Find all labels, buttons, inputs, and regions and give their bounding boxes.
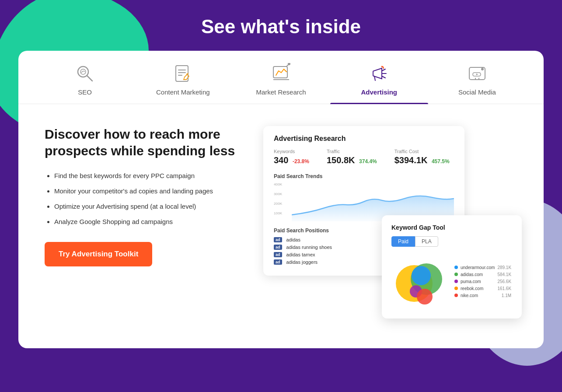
svg-text:100K: 100K (274, 211, 283, 215)
tab-content-marketing-label: Content Marketing (156, 88, 210, 96)
legend-label-5: nike.com (461, 293, 478, 298)
metric-keywords-label: Keywords (274, 149, 309, 154)
pos-badge-3: ad (274, 252, 282, 257)
feature-item-3: Optimize your Advertising spend (at a lo… (54, 202, 246, 211)
tab-social-media[interactable]: Social Media (428, 51, 526, 104)
bubble-legend: underarmour.com 289.1K adidas.com 584.1K… (454, 265, 511, 298)
cta-button[interactable]: Try Advertising Toolkit (45, 242, 152, 266)
market-research-icon (271, 63, 292, 84)
legend-dot-5 (454, 294, 458, 297)
svg-text:200K: 200K (274, 202, 283, 206)
page-title: See what's inside (0, 0, 562, 51)
tabs-bar: SEO Content Marketing (18, 51, 544, 104)
legend-value-1: 289.1K (497, 265, 511, 270)
legend-dot-4 (454, 287, 458, 290)
right-content: Advertising Research Keywords 340 -23.8%… (263, 126, 517, 310)
svg-point-2 (80, 69, 86, 74)
content-area: Discover how to reach more prospects whi… (18, 104, 544, 318)
metric-traffic-cost-value: $394.1K 457.5% (394, 155, 450, 165)
legend-value-2: 584.1K (497, 272, 511, 277)
gap-tab-buttons: Paid PLA (391, 236, 512, 247)
tab-advertising-label: Advertising (361, 88, 397, 96)
tab-seo-label: SEO (78, 88, 92, 96)
main-heading: Discover how to reach more prospects whi… (45, 126, 246, 159)
legend-label-2: adidas.com (461, 272, 483, 277)
bubble-chart: underarmour.com 289.1K adidas.com 584.1K… (391, 253, 512, 310)
seo-icon (74, 63, 95, 84)
metric-traffic-label: Traffic (327, 149, 377, 154)
tab-market-research[interactable]: Market Research (232, 51, 330, 104)
metric-traffic-cost: Traffic Cost $394.1K 457.5% (394, 149, 450, 165)
svg-point-16 (481, 68, 484, 70)
legend-item-3: puma.com 256.6K (454, 279, 511, 284)
svg-rect-3 (176, 66, 188, 81)
pos-badge-2: ad (274, 245, 282, 250)
advertising-icon (369, 63, 390, 84)
social-media-icon (467, 63, 488, 84)
svg-line-1 (87, 76, 92, 81)
keyword-gap-card: Keyword Gap Tool Paid PLA (382, 215, 522, 318)
legend-item-2: adidas.com 584.1K (454, 272, 511, 277)
legend-item-5: nike.com 1.1M (454, 293, 511, 298)
svg-line-12 (382, 69, 385, 71)
pos-badge-4: ad (274, 259, 282, 265)
tab-advertising[interactable]: Advertising (330, 51, 428, 104)
legend-value-4: 161.6K (497, 286, 511, 291)
legend-value-3: 256.6K (497, 279, 511, 284)
feature-item-1: Find the best keywords for every PPC cam… (54, 171, 246, 180)
ad-research-card-title: Advertising Research (274, 135, 454, 143)
bubble-chart-svg (391, 253, 448, 310)
left-content: Discover how to reach more prospects whi… (45, 126, 246, 266)
legend-dot-3 (454, 280, 458, 283)
pos-badge-1: ad (274, 237, 282, 242)
features-list: Find the best keywords for every PPC cam… (45, 171, 246, 226)
bubble-chart-svg-area (391, 253, 448, 310)
svg-point-26 (412, 266, 431, 285)
feature-item-4: Analyze Google Shopping ad campaigns (54, 217, 246, 226)
legend-label-1: underarmour.com (461, 265, 495, 270)
svg-point-28 (417, 289, 433, 304)
gap-card-title: Keyword Gap Tool (391, 224, 512, 231)
legend-dot-1 (454, 266, 458, 269)
svg-text:300K: 300K (274, 192, 283, 196)
legend-label-4: reebok.com (461, 286, 483, 291)
content-marketing-icon (172, 63, 193, 84)
tab-market-research-label: Market Research (256, 88, 306, 96)
feature-item-2: Monitor your competitor's ad copies and … (54, 186, 246, 196)
gap-tab-pla[interactable]: PLA (415, 236, 438, 247)
tab-seo[interactable]: SEO (36, 51, 134, 104)
metrics-row: Keywords 340 -23.8% Traffic 150.8K 374.4… (274, 149, 454, 165)
legend-value-5: 1.1M (502, 293, 511, 298)
main-card: SEO Content Marketing (18, 51, 544, 348)
metric-traffic: Traffic 150.8K 374.4% (327, 149, 377, 165)
tab-content-marketing[interactable]: Content Marketing (134, 51, 232, 104)
legend-label-3: puma.com (461, 279, 481, 284)
legend-item-1: underarmour.com 289.1K (454, 265, 511, 270)
gap-tab-paid[interactable]: Paid (391, 236, 415, 247)
svg-text:400K: 400K (274, 182, 283, 186)
chart-title: Paid Search Trends (274, 173, 454, 179)
legend-dot-2 (454, 273, 458, 276)
metric-traffic-value: 150.8K 374.4% (327, 155, 377, 165)
metric-keywords-value: 340 -23.8% (274, 155, 309, 165)
tab-social-media-label: Social Media (458, 88, 496, 96)
svg-line-14 (382, 76, 385, 78)
legend-item-4: reebok.com 161.6K (454, 286, 511, 291)
metric-keywords: Keywords 340 -23.8% (274, 149, 309, 165)
metric-traffic-cost-label: Traffic Cost (394, 149, 450, 154)
